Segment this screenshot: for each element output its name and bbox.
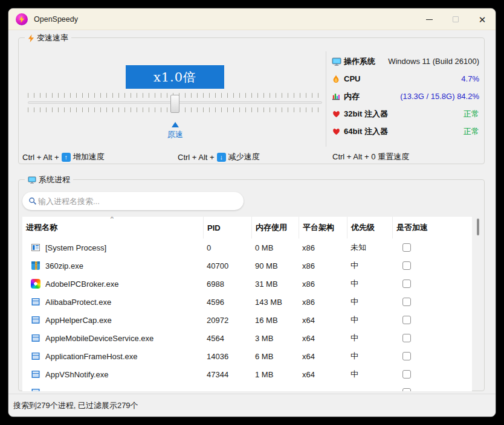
window-title: OpenSpeedy — [34, 15, 78, 24]
table-row[interactable]: AppHelperCap.exe2097216 MBx64中 — [22, 311, 472, 329]
arch-cell: x86 — [299, 243, 347, 252]
memory-cell: 0 MB — [251, 243, 299, 252]
process-name-cell: AppVShNotify.exe — [22, 369, 203, 379]
memory-cell: 31 MB — [251, 280, 299, 289]
process-table-body: [System Process]00 MBx86未知360zip.exe4070… — [22, 238, 472, 391]
pid-cell: 6988 — [203, 280, 251, 289]
column-header-arch[interactable]: 平台架构 — [299, 217, 347, 238]
origin-speed-label: 原速 — [151, 129, 199, 140]
shortcut-increase-speed: Ctrl + Alt + ↑ 增加速度 — [22, 152, 105, 162]
table-row[interactable]: AppleMobileDeviceService.exe45643 MBx64中 — [22, 329, 472, 347]
priority-cell: 中 — [347, 351, 392, 362]
slider-handle[interactable] — [170, 95, 179, 113]
speed-rate-group-title: 变速速率 — [25, 33, 71, 43]
accelerate-cell — [392, 243, 472, 252]
openspeedy-logo-icon — [16, 13, 28, 25]
process-name: ApplicationFrameHost.exe — [45, 352, 137, 361]
accelerate-cell — [392, 316, 472, 324]
table-row[interactable]: ApplicationFrameHost.exe140366 MBx64中 — [22, 347, 472, 365]
column-header-pid[interactable]: PID — [203, 217, 251, 238]
injector32-status: 正常 — [464, 109, 479, 120]
accelerate-cell — [392, 298, 472, 306]
process-name-cell: 360zip.exe — [22, 261, 203, 270]
flame-icon — [332, 74, 342, 83]
table-row[interactable]: AppVShNotify.exe473441 MBx64中 — [22, 365, 472, 383]
accelerate-checkbox[interactable] — [402, 388, 411, 391]
column-header-accelerate[interactable]: 是否加速 — [392, 217, 472, 238]
memory-value: (13.3G / 15.8G) 84.2% — [400, 92, 479, 101]
table-row[interactable]: 360zip.exe4070090 MBx86中 — [22, 257, 472, 275]
priority-cell: 中 — [347, 260, 392, 271]
search-icon — [28, 197, 37, 205]
pid-cell: 40700 — [203, 261, 251, 270]
os-value: Windows 11 (Build 26100) — [388, 57, 479, 66]
minimize-icon — [426, 19, 433, 20]
pid-cell: 0 — [203, 243, 251, 252]
accelerate-checkbox[interactable] — [402, 352, 411, 360]
table-row[interactable]: AdobeIPCBroker.exe698831 MBx86中 — [22, 275, 472, 293]
maximize-icon — [453, 16, 459, 22]
origin-speed-marker: 原速 — [151, 122, 199, 140]
process-name: 360zip.exe — [45, 261, 83, 270]
process-table: ^ 进程名称 PID 内存使用 平台架构 优先级 是否加速 [System Pr… — [22, 217, 472, 391]
priority-cell: 中 — [347, 296, 392, 307]
accelerate-cell — [392, 280, 472, 288]
cpu-value: 4.7% — [461, 74, 479, 83]
title-bar: OpenSpeedy ✕ — [8, 8, 496, 30]
process-name-cell: [System Process] — [22, 243, 203, 252]
arch-cell: x86 — [299, 298, 347, 307]
process-name-cell: ApplicationFrameHost.exe — [22, 351, 203, 361]
table-row[interactable]: AlibabaProtect.exe4596143 MBx86中 — [22, 293, 472, 311]
accelerate-checkbox[interactable] — [402, 298, 411, 306]
arch-cell: x86 — [299, 280, 347, 289]
accelerate-checkbox[interactable] — [402, 243, 411, 252]
minimize-button[interactable] — [416, 8, 442, 30]
vertical-separator — [326, 51, 326, 147]
priority-cell: 中 — [347, 333, 392, 344]
accelerate-checkbox[interactable] — [402, 261, 411, 270]
accelerate-checkbox[interactable] — [402, 280, 411, 288]
table-row[interactable]: [System Process]00 MBx86未知 — [22, 238, 472, 257]
speed-multiplier-display: x1.0倍 — [126, 65, 224, 89]
system-processes-group-title: 系统进程 — [25, 174, 73, 185]
arch-cell: x64 — [299, 352, 347, 361]
accelerate-checkbox[interactable] — [402, 334, 411, 342]
system-processes-group: 系统进程 ^ 进程名称 PID 内存使用 平台架构 优先级 是否加速 [Syst… — [18, 179, 485, 391]
close-button[interactable]: ✕ — [469, 8, 496, 30]
memory-cell: 6 MB — [251, 352, 299, 361]
table-scrollbar-thumb[interactable] — [477, 219, 479, 235]
priority-cell: 中 — [347, 315, 392, 325]
pid-cell: 20972 — [203, 316, 251, 325]
maximize-button[interactable] — [442, 8, 469, 30]
pid-cell: 4564 — [203, 334, 251, 343]
accelerate-checkbox[interactable] — [402, 370, 411, 379]
shortcut-decrease-speed: Ctrl + Alt + ↓ 减少速度 — [178, 152, 260, 162]
heart-icon — [332, 110, 342, 118]
sort-ascending-icon: ^ — [111, 217, 114, 222]
os-info-row: 操作系统 Windows 11 (Build 26100) — [332, 53, 479, 70]
memory-cell: 16 MB — [251, 316, 299, 325]
window-process-icon — [31, 243, 40, 252]
close-icon: ✕ — [479, 15, 486, 24]
arch-cell: x64 — [299, 370, 347, 379]
table-row-partial[interactable] — [22, 383, 472, 391]
speed-slider[interactable] — [28, 93, 322, 115]
speed-rate-group: 变速速率 x1.0倍 原速 操作系统 — [18, 37, 485, 164]
app-process-icon — [31, 315, 40, 325]
accelerate-checkbox[interactable] — [402, 316, 411, 324]
system-info-panel: 操作系统 Windows 11 (Build 26100) CPU 4.7% 内… — [332, 53, 479, 140]
process-name-cell: AppHelperCap.exe — [22, 315, 203, 325]
column-header-priority[interactable]: 优先级 — [347, 217, 392, 238]
pid-cell: 14036 — [203, 352, 251, 361]
column-header-memory[interactable]: 内存使用 — [251, 217, 299, 238]
search-input[interactable] — [38, 197, 237, 206]
process-name: AppVShNotify.exe — [45, 370, 109, 379]
memory-cell: 1 MB — [251, 370, 299, 379]
status-bar: 搜索到279个进程, 已过滤展示279个 — [8, 394, 496, 417]
injector64-info-row: 64bit 注入器 正常 — [332, 123, 479, 140]
cpu-info-row: CPU 4.7% — [332, 70, 479, 88]
app-process-icon — [31, 369, 40, 379]
process-search-box — [22, 192, 244, 210]
process-name-cell: AdobeIPCBroker.exe — [22, 279, 203, 289]
shortcut-reset-speed: Ctrl + Alt + 0 重置速度 — [332, 152, 409, 162]
